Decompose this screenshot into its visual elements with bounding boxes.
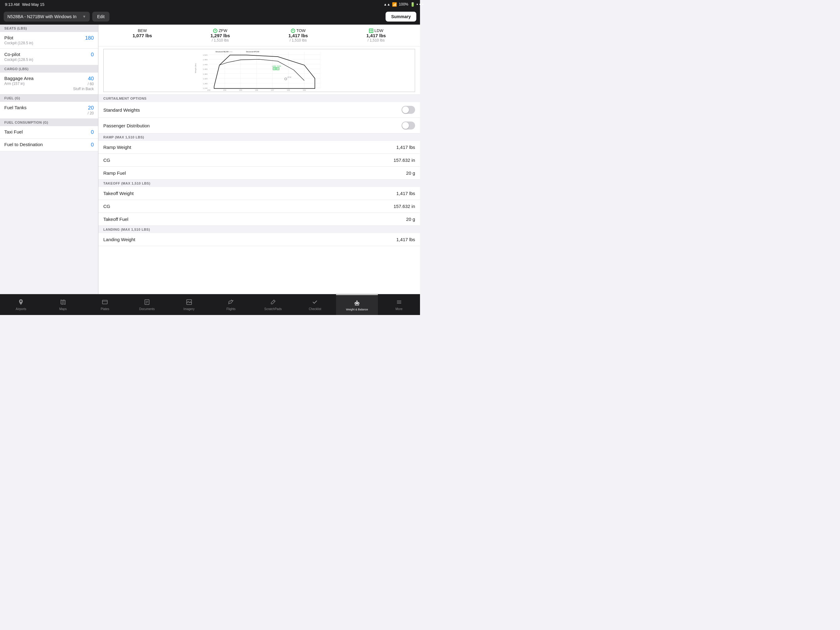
checklist-label: Checklist (309, 307, 321, 311)
summary-button[interactable]: Summary (385, 12, 416, 22)
documents-label: Documents (139, 307, 155, 311)
svg-text:158: 158 (287, 89, 290, 91)
curtailment-header: CURTAILMENT OPTIONS (98, 95, 420, 102)
tab-scratchpads[interactable]: ScratchPads (252, 294, 294, 315)
ldw-limit: / 1,510 lbs (368, 38, 385, 43)
fuel-tanks-row[interactable]: Fuel Tanks 20 / 20 (0, 102, 98, 119)
edit-button[interactable]: Edit (92, 12, 109, 22)
baggage-note: Stuff in Back (73, 87, 94, 91)
tab-checklist[interactable]: Checklist (294, 294, 336, 315)
standard-weights-toggle[interactable] (401, 106, 415, 114)
tab-airports[interactable]: Airports (0, 294, 42, 315)
svg-text:1,520: 1,520 (203, 54, 208, 56)
takeoff-section-header: TAKEOFF (MAX 1,510 LBS) (98, 180, 420, 187)
landing-weight-label: Landing Weight (103, 237, 135, 242)
svg-text:1,440: 1,440 (203, 64, 208, 65)
baggage-label: Baggage Area (4, 76, 33, 81)
ramp-cg-value: 157.632 in (393, 157, 415, 163)
ldw-column: LDW 1,417 lbs / 1,510 lbs (337, 28, 415, 43)
copilot-sub: Cockpit (128.5 in) (4, 57, 33, 62)
wifi-icon: 📶 (392, 2, 397, 7)
svg-text:Structural MTOW: Structural MTOW (246, 51, 259, 52)
svg-text:1,480: 1,480 (203, 59, 208, 60)
svg-line-55 (273, 301, 275, 302)
zfw-limit: / 1,510 lbs (212, 38, 229, 43)
ramp-weight-label: Ramp Weight (103, 144, 131, 150)
plates-icon (101, 299, 108, 306)
passenger-distribution-toggle[interactable] (401, 122, 415, 130)
aircraft-selector[interactable]: N528BA - N271BW with Windows In ▼ (4, 12, 90, 22)
svg-text:1,320: 1,320 (203, 78, 208, 80)
tab-documents[interactable]: Documents (126, 294, 168, 315)
flights-label: Flights (227, 307, 235, 311)
status-time: 9:13 AM (5, 2, 20, 7)
baggage-sub: Arm (157 in) (4, 82, 33, 86)
svg-text:Weight (lbs): Weight (lbs) (195, 63, 196, 73)
tab-plates[interactable]: Plates (84, 294, 126, 315)
takeoff-weight-value: 1,417 lbs (396, 191, 415, 196)
zfw-label: + ZFW (213, 28, 227, 33)
svg-text:1,400: 1,400 (203, 68, 208, 70)
taxi-fuel-row[interactable]: Taxi Fuel 0 (0, 126, 98, 139)
ramp-weight-row: Ramp Weight 1,417 lbs (98, 141, 420, 154)
pilot-sub: Cockpit (128.5 in) (4, 41, 33, 45)
standard-weights-label: Standard Weights (103, 108, 140, 112)
wb-chart: 1,520 1,480 1,440 1,400 1,360 1,320 1,28… (103, 49, 415, 92)
tab-more[interactable]: More (378, 294, 420, 315)
baggage-row[interactable]: Baggage Area Arm (157 in) 40 / 60 Stuff … (0, 73, 98, 95)
svg-text:LDW: LDW (272, 65, 276, 67)
imagery-icon (186, 299, 193, 306)
ramp-fuel-label: Ramp Fuel (103, 171, 126, 176)
takeoff-cg-label: CG (103, 204, 111, 209)
copilot-label: Co-pilot (4, 52, 33, 57)
flights-icon (227, 299, 234, 306)
landing-section-header: LANDING (MAX 1,510 LBS) (98, 226, 420, 233)
pilot-row[interactable]: Pilot Cockpit (128.5 in) 180 (0, 32, 98, 49)
bew-column: BEW 1,077 lbs (103, 28, 182, 43)
taxi-fuel-label: Taxi Fuel (4, 129, 23, 135)
dot1 (417, 4, 418, 5)
pilot-value: 180 (85, 35, 94, 41)
takeoff-fuel-value: 20 g (406, 217, 415, 222)
top-nav: N528BA - N271BW with Windows In ▼ Edit S… (0, 9, 420, 25)
tab-maps[interactable]: Maps (42, 294, 84, 315)
takeoff-weight-row: Takeoff Weight 1,417 lbs (98, 187, 420, 200)
tab-imagery[interactable]: Imagery (168, 294, 210, 315)
scratchpads-icon (270, 299, 276, 306)
tab-weight-balance[interactable]: Weight & Balance (336, 294, 378, 315)
chevron-down-icon: ▼ (82, 14, 86, 19)
plates-label: Plates (101, 307, 109, 311)
passenger-distribution-row: Passenger Distribution (98, 118, 420, 133)
takeoff-fuel-row: Takeoff Fuel 20 g (98, 213, 420, 226)
ldw-label: LDW (369, 28, 384, 33)
seats-header: SEATS (LBS) (0, 25, 98, 32)
baggage-limit: / 60 (88, 82, 94, 86)
zfw-value: 1,297 lbs (211, 33, 230, 38)
ldw-icon (369, 28, 373, 33)
left-panel: SEATS (LBS) Pilot Cockpit (128.5 in) 180… (0, 25, 98, 294)
tow-icon: + (291, 28, 295, 33)
checklist-icon (311, 299, 318, 306)
signal-icon: ▲▲ (384, 2, 390, 6)
takeoff-cg-row: CG 157.632 in (98, 200, 420, 213)
ramp-section-header: RAMP (MAX 1,510 LBS) (98, 133, 420, 141)
taxi-fuel-value: 0 (91, 129, 94, 135)
fuel-tanks-label: Fuel Tanks (4, 105, 27, 110)
tab-bar: Airports Maps Plates Documents (0, 294, 420, 315)
copilot-row[interactable]: Co-pilot Cockpit (128.5 in) 0 (0, 49, 98, 65)
copilot-value: 0 (91, 52, 94, 58)
documents-icon (144, 299, 150, 306)
fuel-destination-row[interactable]: Fuel to Destination 0 (0, 139, 98, 151)
weight-summary: BEW 1,077 lbs + ZFW 1,297 lbs / 1,510 lb… (98, 25, 420, 46)
tow-column: + TOW 1,417 lbs / 1,510 lbs (259, 28, 337, 43)
tab-flights[interactable]: Flights (210, 294, 252, 315)
svg-text:TOW: TOW (277, 65, 281, 67)
bew-label: BEW (138, 28, 147, 33)
svg-text:154: 154 (223, 89, 227, 91)
ramp-cg-label: CG (103, 157, 111, 163)
zfw-icon: + (213, 28, 217, 33)
ramp-fuel-value: 20 g (406, 171, 415, 176)
maps-label: Maps (59, 307, 67, 311)
svg-text:157: 157 (271, 89, 274, 91)
ramp-fuel-row: Ramp Fuel 20 g (98, 167, 420, 180)
